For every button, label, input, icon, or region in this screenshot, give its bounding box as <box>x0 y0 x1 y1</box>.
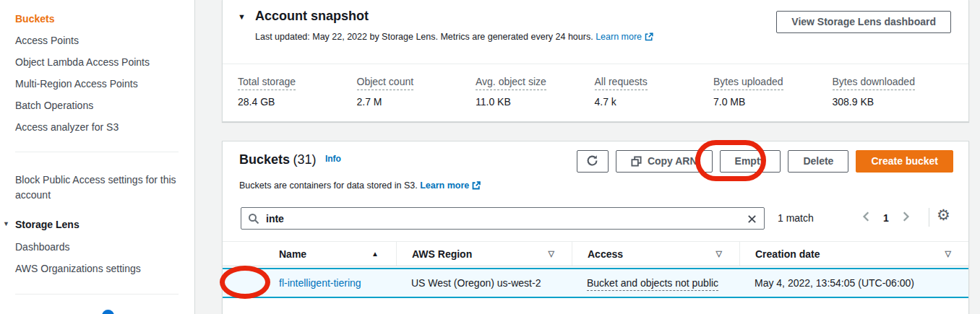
refresh-button[interactable] <box>577 150 609 173</box>
create-bucket-button[interactable]: Create bucket <box>856 150 953 173</box>
column-header-name[interactable]: Name ▲ <box>262 242 396 266</box>
filter-icon[interactable]: ▽ <box>716 249 722 258</box>
stat-value: 308.9 KB <box>833 96 952 108</box>
buckets-table-header: Name ▲ AWS Region ▽ Access ▽ Creation da… <box>223 241 968 266</box>
stat-label: Bytes downloaded <box>833 76 915 90</box>
sidebar-item-access-analyzer[interactable]: Access analyzer for S3 <box>15 121 119 133</box>
select-column-header <box>223 242 262 266</box>
bucket-name-cell: fl-intelligent-tiering <box>262 277 396 289</box>
match-count-text: 1 match <box>778 212 814 224</box>
stat-bytes-uploaded: Bytes uploaded 7.0 MB <box>713 75 833 108</box>
sidebar-item-access-points[interactable]: Access Points <box>15 35 79 46</box>
column-label: Access <box>588 248 623 260</box>
toolbar-divider <box>929 208 929 227</box>
account-snapshot-subtitle: Last updated: May 22, 2022 by Storage Le… <box>255 32 653 43</box>
empty-button[interactable]: Empty <box>720 150 781 173</box>
feature-spotlight-icon <box>102 310 114 314</box>
next-page-icon[interactable] <box>901 211 911 225</box>
filter-icon[interactable]: ▽ <box>549 249 554 258</box>
bucket-creation-date-cell: May 4, 2022, 13:54:05 (UTC-06:00) <box>739 277 968 289</box>
sidebar-item-block-public-access[interactable]: Block Public Access settings for this ac… <box>15 173 181 203</box>
copy-icon <box>631 157 642 169</box>
column-label: AWS Region <box>412 248 472 260</box>
view-storage-lens-dashboard-button[interactable]: View Storage Lens dashboard <box>776 11 951 33</box>
stat-bytes-downloaded: Bytes downloaded 308.9 KB <box>833 75 952 108</box>
sidebar-divider <box>15 294 179 295</box>
pagination: 1 <box>861 211 911 225</box>
buckets-description-text: Buckets are containers for data stored i… <box>239 180 418 191</box>
snapshot-learn-more-link[interactable]: Learn more <box>596 32 642 42</box>
info-link[interactable]: Info <box>325 154 341 164</box>
sidebar-item-batch-operations[interactable]: Batch Operations <box>15 100 93 111</box>
s3-sidebar: Buckets Access Points Object Lambda Acce… <box>0 0 195 314</box>
sort-ascending-icon[interactable]: ▲ <box>371 250 379 258</box>
account-snapshot-title: Account snapshot <box>255 9 369 24</box>
bucket-search-box <box>241 207 765 230</box>
bucket-name-link[interactable]: fl-intelligent-tiering <box>279 277 361 289</box>
stat-object-count: Object count 2.7 M <box>357 75 476 108</box>
sidebar-item-buckets[interactable]: Buckets <box>15 13 54 25</box>
last-updated-text: Last updated: May 22, 2022 by Storage Le… <box>255 32 593 42</box>
stat-label: Object count <box>357 76 414 90</box>
previous-page-icon[interactable] <box>861 211 872 225</box>
stat-label: Total storage <box>238 76 296 90</box>
column-header-access[interactable]: Access ▽ <box>572 242 739 266</box>
table-row: fl-intelligent-tiering US West (Oregon) … <box>223 268 968 298</box>
stat-value: 4.7 k <box>595 96 714 108</box>
search-input[interactable] <box>265 209 742 228</box>
buckets-description: Buckets are containers for data stored i… <box>239 180 481 192</box>
bucket-region-cell: US West (Oregon) us-west-2 <box>396 277 572 289</box>
current-page-number[interactable]: 1 <box>883 212 889 224</box>
stat-avg-object-size: Avg. object size 11.0 KB <box>476 75 595 108</box>
copy-arn-label: Copy ARN <box>648 155 697 167</box>
external-link-icon <box>645 32 653 43</box>
buckets-panel: Buckets (31) Info Buckets are containers… <box>222 141 969 314</box>
column-header-creation-date[interactable]: Creation date ▽ <box>739 242 968 266</box>
bucket-access-cell: Bucket and objects not public <box>572 277 739 289</box>
clear-search-icon[interactable] <box>747 214 757 227</box>
collapse-caret-icon[interactable]: ▼ <box>238 12 246 21</box>
column-label: Creation date <box>755 248 820 260</box>
external-link-icon <box>472 181 481 192</box>
sidebar-item-aws-organizations-settings[interactable]: AWS Organizations settings <box>15 263 141 274</box>
delete-button[interactable]: Delete <box>788 150 848 173</box>
stat-value: 11.0 KB <box>476 96 595 108</box>
stat-all-requests: All requests 4.7 k <box>595 75 714 108</box>
stat-label: Bytes uploaded <box>713 76 783 90</box>
chevron-down-icon[interactable]: ▼ <box>3 220 9 227</box>
filter-icon[interactable]: ▽ <box>945 249 951 258</box>
stat-value: 7.0 MB <box>713 96 833 108</box>
refresh-icon <box>586 155 598 167</box>
stat-label: Avg. object size <box>476 76 546 90</box>
panel-divider <box>223 64 968 64</box>
stat-label: All requests <box>595 76 648 90</box>
sidebar-divider <box>15 152 179 152</box>
buckets-title: Buckets <box>239 152 290 167</box>
bucket-access-text: Bucket and objects not public <box>587 277 718 291</box>
bucket-creation-date-text: May 4, 2022, 13:54:05 (UTC-06:00) <box>755 277 914 289</box>
search-icon <box>248 213 259 224</box>
sidebar-item-multi-region-access-points[interactable]: Multi-Region Access Points <box>15 78 138 90</box>
snapshot-stats: Total storage 28.4 GB Object count 2.7 M… <box>238 75 951 108</box>
buckets-learn-more-link[interactable]: Learn more <box>420 180 469 191</box>
copy-arn-button[interactable]: Copy ARN <box>616 150 713 173</box>
preferences-gear-icon[interactable]: ⚙ <box>937 206 950 224</box>
bucket-region-text: US West (Oregon) us-west-2 <box>411 277 541 289</box>
column-label: Name <box>279 248 306 260</box>
stat-value: 2.7 M <box>357 96 476 108</box>
stat-value: 28.4 GB <box>238 96 357 108</box>
sidebar-item-storage-lens[interactable]: Storage Lens <box>15 219 79 230</box>
sidebar-item-dashboards[interactable]: Dashboards <box>15 241 70 253</box>
buckets-count: (31) <box>293 152 316 167</box>
column-header-aws-region[interactable]: AWS Region ▽ <box>396 242 572 266</box>
stat-total-storage: Total storage 28.4 GB <box>238 75 357 108</box>
sidebar-item-object-lambda-access-points[interactable]: Object Lambda Access Points <box>15 56 150 68</box>
account-snapshot-panel: ▼ Account snapshot Last updated: May 22,… <box>222 0 969 122</box>
